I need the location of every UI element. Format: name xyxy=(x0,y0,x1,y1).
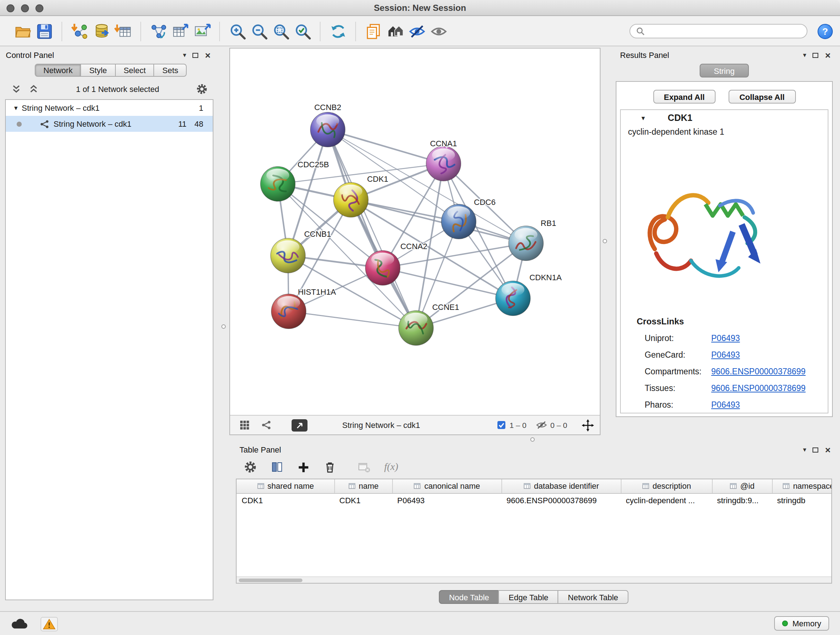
horizontal-scrollbar-thumb[interactable] xyxy=(239,578,302,582)
crosslink-value[interactable]: P06493 xyxy=(711,400,740,409)
warnings-button[interactable] xyxy=(41,617,58,631)
network-edge[interactable] xyxy=(383,268,513,298)
network-overview-icon[interactable] xyxy=(261,420,271,430)
function-builder-icon[interactable]: f(x) xyxy=(384,461,398,473)
import-network-file-button[interactable] xyxy=(69,19,90,43)
panel-close-icon[interactable]: × xyxy=(825,445,831,454)
column-header-canonical-name[interactable]: canonical name xyxy=(392,479,501,493)
tab-edge-table[interactable]: Edge Table xyxy=(499,590,559,604)
column-header-shared-name[interactable]: shared name xyxy=(237,479,334,493)
import-network-database-button[interactable] xyxy=(90,19,112,43)
birds-eye-toggle-button[interactable] xyxy=(292,419,308,431)
export-table-button[interactable] xyxy=(169,19,191,43)
network-node-RB1[interactable] xyxy=(508,226,543,261)
save-session-button[interactable] xyxy=(33,19,55,43)
expand-all-button[interactable]: Expand All xyxy=(653,90,715,103)
section-expand-icon[interactable]: ▼ xyxy=(640,115,646,121)
column-header-id[interactable]: @id xyxy=(712,479,772,493)
home-button[interactable] xyxy=(384,19,406,43)
tab-select[interactable]: Select xyxy=(115,64,155,77)
vertical-splitter-left[interactable] xyxy=(221,325,226,329)
horizontal-splitter[interactable] xyxy=(531,437,535,442)
memory-button[interactable]: Memory xyxy=(775,616,829,631)
column-header-description[interactable]: description xyxy=(621,479,712,493)
table-cell[interactable]: stringdb:9... xyxy=(712,493,772,507)
panel-close-icon[interactable]: × xyxy=(825,50,831,60)
results-tab-string[interactable]: String xyxy=(699,64,749,78)
graphics-details-icon[interactable] xyxy=(240,420,249,430)
network-edge[interactable] xyxy=(289,311,416,328)
panel-menu-icon[interactable]: ▾ xyxy=(803,447,806,453)
delete-column-icon[interactable] xyxy=(324,461,336,473)
help-button[interactable]: ? xyxy=(818,24,833,39)
network-canvas[interactable]: CCNB2CCNA1CDC25BCDK1CDC6RB1CCNB1CCNA2CDK… xyxy=(230,49,600,415)
column-header-database-identifier[interactable]: database identifier xyxy=(501,479,621,493)
network-edge[interactable] xyxy=(328,130,444,164)
network-node-CDC25B[interactable] xyxy=(261,166,295,201)
network-node-CDK1[interactable] xyxy=(333,182,368,217)
zoom-selected-button[interactable] xyxy=(292,19,313,43)
column-header-name[interactable]: name xyxy=(334,479,392,493)
crosslink-value[interactable]: 9606.ENSP00000378699 xyxy=(711,367,806,375)
network-edge[interactable] xyxy=(328,130,416,328)
panel-float-icon[interactable] xyxy=(813,447,819,452)
tab-network[interactable]: Network xyxy=(35,64,81,77)
apply-layout-button[interactable] xyxy=(327,19,349,43)
new-network-from-selection-button[interactable] xyxy=(148,19,169,43)
network-edge[interactable] xyxy=(351,200,526,243)
network-node-CCNB2[interactable] xyxy=(310,112,345,147)
gene-section-header[interactable]: ▼ CDK1 xyxy=(621,110,828,126)
network-collection-row[interactable]: ▼ String Network – cdk1 1 xyxy=(6,100,213,116)
open-session-button[interactable] xyxy=(11,19,33,43)
table-cell[interactable]: stringdb xyxy=(772,493,832,507)
panel-menu-icon[interactable]: ▾ xyxy=(183,52,186,58)
expand-all-icon[interactable] xyxy=(11,84,22,94)
tree-expand-icon[interactable]: ▼ xyxy=(13,105,22,111)
tab-node-table[interactable]: Node Table xyxy=(439,590,499,604)
network-node-CDKN1A[interactable] xyxy=(496,281,531,316)
table-gear-icon[interactable] xyxy=(244,461,257,473)
panel-menu-icon[interactable]: ▾ xyxy=(803,52,806,58)
node-table[interactable]: shared name name canonical name database… xyxy=(236,478,832,584)
table-cell[interactable]: cyclin-dependent ... xyxy=(621,493,712,507)
show-columns-icon[interactable] xyxy=(271,461,284,473)
search-input[interactable] xyxy=(648,27,801,35)
table-cell[interactable]: P06493 xyxy=(392,493,501,507)
tab-sets[interactable]: Sets xyxy=(154,64,187,77)
export-image-button[interactable] xyxy=(191,19,213,43)
gear-icon[interactable] xyxy=(196,83,208,95)
add-column-icon[interactable] xyxy=(297,461,309,473)
horizontal-scrollbar[interactable] xyxy=(237,576,831,583)
vertical-splitter-right[interactable] xyxy=(603,239,607,243)
column-header-namespace[interactable]: namespace xyxy=(772,479,832,493)
network-node-CCNE1[interactable] xyxy=(399,310,433,345)
import-table-button[interactable] xyxy=(112,19,134,43)
duplicate-document-button[interactable] xyxy=(363,19,384,43)
hidden-eye-icon[interactable] xyxy=(536,421,546,429)
zoom-fit-button[interactable] xyxy=(270,19,292,43)
collapse-all-icon[interactable] xyxy=(28,84,39,94)
panel-float-icon[interactable] xyxy=(813,52,819,57)
network-node-CCNB1[interactable] xyxy=(271,238,305,273)
tab-style[interactable]: Style xyxy=(81,64,116,77)
crosslink-value[interactable]: 9606.ENSP00000378699 xyxy=(711,383,806,392)
move-tool-icon[interactable] xyxy=(582,419,594,431)
zoom-in-button[interactable] xyxy=(226,19,248,43)
panel-float-icon[interactable] xyxy=(193,52,199,57)
table-cell[interactable]: CDK1 xyxy=(334,493,392,507)
crosslink-value[interactable]: P06493 xyxy=(711,333,740,342)
hide-selected-button[interactable] xyxy=(406,19,428,43)
network-node-CDC6[interactable] xyxy=(441,204,476,239)
network-node-HIST1H1A[interactable] xyxy=(271,294,306,329)
collapse-all-button[interactable]: Collapse All xyxy=(729,90,796,103)
zoom-out-button[interactable] xyxy=(248,19,270,43)
tab-network-table[interactable]: Network Table xyxy=(558,590,628,604)
crosslink-value[interactable]: P06493 xyxy=(711,350,740,359)
table-cell[interactable]: CDK1 xyxy=(237,493,334,507)
table-cell[interactable]: 9606.ENSP00000378699 xyxy=(501,493,621,507)
network-node-CCNA1[interactable] xyxy=(426,146,461,181)
show-all-button[interactable] xyxy=(428,19,449,43)
network-node-CCNA2[interactable] xyxy=(365,250,400,285)
selected-checkbox-icon[interactable] xyxy=(497,421,506,429)
network-row-selected[interactable]: String Network – cdk1 11 48 xyxy=(6,116,213,132)
